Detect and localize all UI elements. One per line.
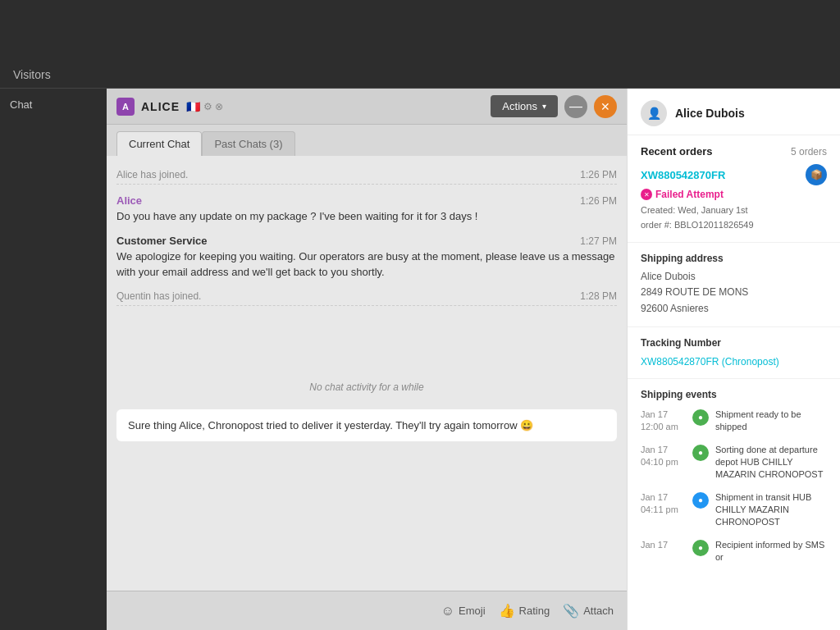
order-id[interactable]: XW880542870FR	[641, 169, 725, 181]
event-dot-1: ●	[692, 409, 709, 426]
message-text-alice: Do you have any update on my package ? I…	[116, 208, 617, 225]
system-message-alice-joined: Alice has joined. 1:26 PM	[116, 169, 617, 185]
recent-orders-title: Recent orders	[641, 145, 712, 158]
shipping-events-title: Shipping events	[641, 389, 827, 400]
status-text: Failed Attempt	[655, 189, 724, 200]
panel-header: 👤 Alice Dubois	[628, 89, 840, 135]
header-username: ALICE	[141, 100, 180, 113]
paperclip-icon: 📎	[563, 603, 579, 619]
right-panel: 👤 Alice Dubois Recent orders 5 orders XW…	[627, 89, 840, 630]
chevron-down-icon: ▾	[542, 102, 546, 111]
message-text-quentin: Sure thing Alice, Chronopost tried to de…	[116, 409, 617, 442]
package-icon: 📦	[806, 164, 827, 185]
recent-orders-section: Recent orders 5 orders XW880542870FR 📦 ✕…	[628, 135, 840, 243]
event-text-2: Sorting done at departure depot HUB CHIL…	[715, 444, 827, 482]
actions-button[interactable]: Actions ▾	[491, 95, 558, 117]
event-dot-4: ●	[692, 540, 709, 556]
emoji-button[interactable]: ☺ Emoji	[441, 604, 486, 619]
header-flags: 🇫🇷 ⚙ ⊗	[186, 100, 223, 113]
message-time-1: 1:26 PM	[580, 195, 617, 207]
failed-attempt-dot: ✕	[641, 189, 652, 200]
order-card: XW880542870FR 📦 ✕ Failed Attempt Created…	[641, 164, 827, 232]
order-status: ✕ Failed Attempt	[641, 189, 827, 200]
attach-button[interactable]: 📎 Attach	[563, 603, 614, 619]
message-time-2: 1:27 PM	[580, 235, 617, 247]
message-sender-cs: Customer Service	[116, 235, 208, 247]
sidebar-chat-label: Chat	[0, 89, 107, 117]
event-date-1: Jan 17 12:00 am	[641, 409, 686, 434]
thumbs-up-icon: 👍	[499, 603, 515, 619]
flag-icon: 🇫🇷	[186, 100, 200, 113]
customer-name: Alice Dubois	[675, 107, 745, 120]
event-item-3: Jan 17 04:11 pm ● Shipment in transit HU…	[641, 491, 827, 529]
tab-current-chat[interactable]: Current Chat	[116, 131, 202, 156]
event-item-4: Jan 17 ● Recipient informed by SMS or	[641, 539, 827, 564]
empty-space	[116, 316, 617, 365]
event-text-3: Shipment in transit HUB CHILLY MAZARIN C…	[715, 491, 827, 529]
chat-footer: ☺ Emoji 👍 Rating 📎 Attach	[107, 591, 627, 630]
tab-past-chats[interactable]: Past Chats (3)	[202, 131, 294, 156]
message-alice: Alice 1:26 PM Do you have any update on …	[116, 194, 617, 225]
header-left: A ALICE 🇫🇷 ⚙ ⊗	[116, 98, 223, 116]
inactivity-notice: No chat activity for a while	[116, 375, 617, 399]
main-area: Chat A ALICE 🇫🇷 ⚙ ⊗ Actions ▾ —	[0, 89, 840, 630]
tracking-number-title: Tracking Number	[641, 337, 827, 349]
rating-button[interactable]: 👍 Rating	[499, 603, 550, 619]
event-date-2: Jan 17 04:10 pm	[641, 444, 686, 469]
message-customer-service: Customer Service 1:27 PM We apologize fo…	[116, 235, 617, 281]
event-date-3: Jan 17 04:11 pm	[641, 491, 686, 517]
system-message-quentin-joined: Quentin has joined. 1:28 PM	[116, 290, 617, 306]
header-right: Actions ▾ — ✕	[491, 95, 617, 118]
minimize-button[interactable]: —	[564, 95, 587, 118]
event-item-2: Jan 17 04:10 pm ● Sorting done at depart…	[641, 444, 827, 482]
top-bar: Visitors	[0, 0, 840, 89]
shipping-events-section: Shipping events Jan 17 12:00 am ● Shipme…	[628, 379, 840, 584]
event-text-4: Recipient informed by SMS or	[715, 539, 827, 564]
close-button[interactable]: ✕	[594, 95, 617, 118]
user-avatar: A	[116, 98, 135, 116]
customer-avatar: 👤	[641, 100, 667, 126]
tracking-link[interactable]: XW880542870FR (Chronopost)	[641, 356, 779, 368]
emoji-icon: ☺	[441, 604, 454, 619]
shipping-address-title: Shipping address	[641, 253, 827, 264]
order-meta: Created: Wed, January 1st order #: BBLO1…	[641, 203, 827, 232]
chat-container: A ALICE 🇫🇷 ⚙ ⊗ Actions ▾ — ✕	[107, 89, 627, 630]
tracking-number-section: Tracking Number XW880542870FR (Chronopos…	[628, 327, 840, 379]
messages-area: Alice has joined. 1:26 PM Alice 1:26 PM …	[107, 156, 627, 591]
shipping-address-section: Shipping address Alice Dubois 2849 ROUTE…	[628, 243, 840, 327]
shipping-address-text: Alice Dubois 2849 ROUTE DE MONS 92600 As…	[641, 269, 827, 317]
event-dot-2: ●	[692, 445, 709, 461]
message-quentin: Sure thing Alice, Chronopost tried to de…	[116, 409, 617, 442]
status-icons: ⚙ ⊗	[203, 101, 223, 112]
event-date-4: Jan 17	[641, 539, 686, 551]
chat-header: A ALICE 🇫🇷 ⚙ ⊗ Actions ▾ — ✕	[107, 89, 627, 125]
chat-tabs: Current Chat Past Chats (3)	[107, 125, 627, 156]
event-item-1: Jan 17 12:00 am ● Shipment ready to be s…	[641, 409, 827, 434]
orders-count: 5 orders	[791, 146, 827, 158]
visitors-label: Visitors	[13, 68, 51, 81]
event-dot-3: ●	[692, 492, 709, 509]
event-text-1: Shipment ready to be shipped	[715, 409, 827, 434]
message-sender-alice: Alice	[116, 194, 142, 207]
message-text-cs: We apologize for keeping you waiting. Ou…	[116, 249, 617, 281]
left-sidebar: Chat	[0, 89, 107, 630]
